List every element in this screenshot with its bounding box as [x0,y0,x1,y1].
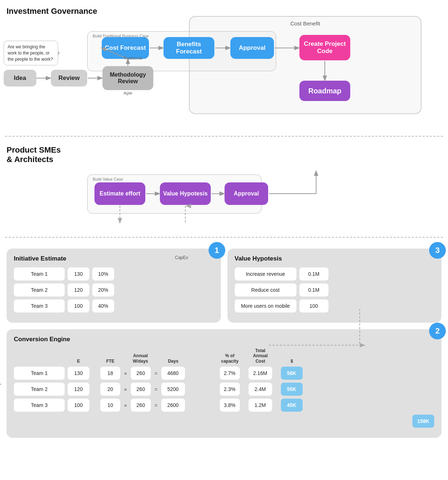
ie-team3-num[interactable]: 100 [68,299,89,312]
vh-row-2: Reduce cost 0.1M [235,283,435,297]
eq-2: = [154,386,158,392]
ie-team3-name[interactable]: Team 3 [14,299,65,312]
vh-row-3: More users on mobile 100 [235,299,435,312]
ce-header-e: E [68,359,89,364]
ce-team2-name[interactable]: Team 2 [14,383,65,396]
agile-label: Agile [124,91,132,95]
ce-team2-fte[interactable]: 20 [100,383,120,396]
vh-label2[interactable]: Reduce cost [235,283,296,297]
initiative-estimate-card: 1 Initiative Estimate CapEx Team 1 130 1… [7,249,221,323]
eq-1: = [154,370,158,376]
conversion-engine-title: Conversion Engine [14,336,434,343]
create-project-code-box: Create Project Code [299,35,350,60]
vh-label1[interactable]: Increase revenue [235,267,296,281]
ie-team2-name[interactable]: Team 2 [14,283,65,297]
sme-architects-title: Product SMEs & Architects [0,140,448,164]
idea-box: Idea [4,70,36,86]
ce-team2-capacity[interactable]: 2.3% [220,383,240,396]
conversion-badge: 2 [429,323,446,339]
value-hypotesis-card: 3 Value Hypotesis Increase revenue 0.1M … [227,249,442,323]
ie-team1-pct[interactable]: 10% [92,267,114,281]
ie-team1-num[interactable]: 130 [68,267,89,281]
ce-team2-e[interactable]: 120 [68,383,89,396]
divider-1 [5,136,443,137]
ce-team1-annual[interactable]: 2.16M [249,367,272,380]
ce-team3-annual[interactable]: 1.2M [249,399,272,412]
vh-label3[interactable]: More users on mobile [235,299,296,312]
estimate-effort-box: Estimate effort [94,182,145,205]
ce-header-annualcost: Total Annual Cost [249,348,272,364]
ce-team3-capacity[interactable]: 3.8% [220,399,240,412]
conversion-engine-card: 2 Conversion Engine E FTE Annual W/days … [7,329,441,438]
benefits-forecast-box: Benefits Forecast [164,37,214,59]
ie-team1-name[interactable]: Team 1 [14,267,65,281]
investment-governance-section: Investment Governance Cost Benefit Build… [0,0,448,132]
vh-row-1: Increase revenue 0.1M [235,267,435,281]
mult-3: × [124,402,127,408]
ce-header-fte: FTE [100,359,120,364]
review-box: Review [51,70,87,86]
approval-bottom-box: Approval [225,182,268,205]
sme-architects-section: Product SMEs & Architects Build Value Ca… [0,140,448,233]
methodology-review-box: Methodology Review [102,66,153,90]
value-hypotesis-title: Value Hypotesis [235,255,435,262]
value-badge: 3 [429,242,446,259]
ce-row-1: Team 1 130 18 × 260 = 4680 2.7% 2.16M 58… [14,367,434,380]
capex-label: CapEx [175,255,188,260]
ce-total-row: 158K [14,415,434,428]
roadmap-box: Roadmap [299,81,350,101]
mult-2: × [124,386,127,392]
top-cards-row: 1 Initiative Estimate CapEx Team 1 130 1… [7,249,441,323]
ce-team3-fte[interactable]: 10 [100,399,120,412]
initiative-badge: 1 [209,242,225,259]
ce-team3-name[interactable]: Team 3 [14,399,65,412]
ie-team2-num[interactable]: 120 [68,283,89,297]
ce-row-2: Team 2 120 20 × 260 = 5200 2.3% 2.4M 55K [14,383,434,396]
speech-bubble: Are we bringing the work to the people, … [4,41,58,65]
ce-arrow-left: → [0,379,3,388]
ce-team3-wdays[interactable]: 260 [131,399,151,412]
ce-header-days: Days [161,359,185,364]
value-hypotesis-flow-box: Value Hypotesis [160,182,211,205]
ie-team2-pct[interactable]: 20% [92,283,114,297]
traditional-label: Traditional [124,56,142,60]
ce-total-dollar: 158K [412,415,434,428]
ce-team2-days[interactable]: 5200 [161,383,185,396]
ce-team3-dollar[interactable]: 45K [281,399,303,412]
eq-3: = [154,402,158,408]
ce-col-headers: E FTE Annual W/days Days % of capacity T… [14,348,434,364]
ce-team3-e[interactable]: 100 [68,399,89,412]
value-case-flow: Build Value Case Estimate effort Value H… [0,164,448,233]
ce-header-wdays: Annual W/days [130,353,150,364]
ce-team1-name[interactable]: Team 1 [14,367,65,380]
initiative-row-1: Team 1 130 10% [14,267,214,281]
cost-benefit-label: Cost Benefit [290,20,320,27]
ce-team1-wdays[interactable]: 260 [131,367,151,380]
cards-area: 1 Initiative Estimate CapEx Team 1 130 1… [7,249,441,438]
ce-team1-e[interactable]: 130 [68,367,89,380]
initiative-row-2: Team 2 120 20% [14,283,214,297]
investment-governance-flow: Cost Benefit Build Traditional Business … [0,16,448,132]
divider-2 [5,237,443,238]
ie-team3-pct[interactable]: 40% [92,299,114,312]
ce-team2-annual[interactable]: 2.4M [249,383,272,396]
ce-header-capacity: % of capacity [220,353,240,364]
ce-team3-days[interactable]: 2600 [161,399,185,412]
vh-value2[interactable]: 0.1M [299,283,328,297]
approval-top-box: Approval [230,37,274,59]
vh-value1[interactable]: 0.1M [299,267,328,281]
ce-header-dollar: $ [281,359,303,364]
ce-team2-dollar[interactable]: 55K [281,383,303,396]
ce-team2-wdays[interactable]: 260 [131,383,151,396]
ce-team1-capacity[interactable]: 2.7% [220,367,240,380]
vh-value3[interactable]: 100 [299,299,328,312]
ce-team1-fte[interactable]: 18 [100,367,120,380]
initiative-row-3: Team 3 100 40% [14,299,214,312]
value-case-label: Build Value Case [93,177,123,181]
mult-1: × [124,370,127,376]
ce-team1-days[interactable]: 4680 [161,367,185,380]
investment-governance-title: Investment Governance [0,0,448,16]
ce-row-3: Team 3 100 10 × 260 = 2600 3.8% 1.2M 45K [14,399,434,412]
cost-forecast-box: Cost Forecast [102,37,149,59]
ce-team1-dollar[interactable]: 58K [281,367,303,380]
